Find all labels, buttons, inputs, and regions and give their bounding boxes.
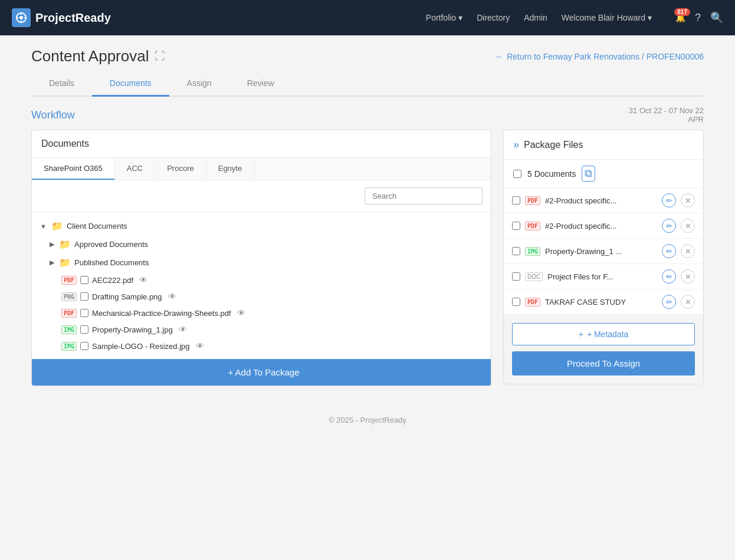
file-checkbox-mechanical[interactable] <box>80 309 88 317</box>
file-mechanical-pdf: PDF Mechanical-Practice-Drawing-Sheets.p… <box>32 305 491 321</box>
doc-icon: DOC <box>525 272 543 281</box>
back-link[interactable]: ← Return to Fenway Park Renovations / PR… <box>495 52 704 61</box>
folder-label: Published Documents <box>74 258 149 267</box>
preview-icon[interactable]: 👁 <box>196 341 204 351</box>
pkg-file-item: PDF #2-Product specific... ✏ ✕ <box>504 213 703 239</box>
double-chevron-icon: » <box>513 139 519 151</box>
preview-icon[interactable]: 👁 <box>168 292 176 301</box>
pkg-file-name: #2-Product specific... <box>545 222 657 230</box>
pkg-doc-count-row: 5 Documents ⧉ <box>504 160 703 188</box>
chevron-right-icon: ▶ <box>50 259 54 266</box>
notification-badge: 817 <box>674 8 690 16</box>
img-icon: IMG <box>61 325 77 334</box>
tab-assign[interactable]: Assign <box>169 71 229 97</box>
copy-icon[interactable]: ⧉ <box>582 166 595 182</box>
portfolio-link[interactable]: Portfolio ▾ <box>426 13 462 22</box>
add-to-package-button[interactable]: + Add To Package <box>32 359 491 386</box>
folder-published-documents[interactable]: ▶ 📁 Published Documents <box>32 253 491 272</box>
pkg-file-checkbox[interactable] <box>512 196 520 205</box>
folder-icon: 📁 <box>59 239 71 250</box>
pkg-file-checkbox[interactable] <box>512 222 520 230</box>
pkg-file-item: DOC Project Files for F... ✏ ✕ <box>504 264 703 289</box>
tab-bar: Details Documents Assign Review <box>31 71 704 97</box>
welcome-link[interactable]: Welcome Blair Howard ▾ <box>562 13 652 22</box>
tab-documents[interactable]: Documents <box>92 71 169 97</box>
help-button[interactable]: ? <box>695 12 701 24</box>
proceed-to-assign-button[interactable]: Proceed To Assign <box>512 351 695 375</box>
pkg-file-checkbox[interactable] <box>512 272 520 281</box>
pkg-file-checkbox[interactable] <box>512 247 520 255</box>
remove-button[interactable]: ✕ <box>681 295 695 309</box>
img-icon: IMG <box>525 247 540 256</box>
folder-label: Client Documents <box>67 222 127 230</box>
app-logo[interactable]: ProjectReady <box>12 8 111 27</box>
folder-approved-documents[interactable]: ▶ 📁 Approved Documents <box>32 235 491 253</box>
back-arrow-icon: ← <box>495 52 503 61</box>
remove-button[interactable]: ✕ <box>681 244 695 258</box>
admin-link[interactable]: Admin <box>524 13 547 22</box>
pdf-icon: PDF <box>525 196 540 205</box>
pdf-icon: PDF <box>525 222 540 230</box>
pkg-file-checkbox[interactable] <box>512 298 520 306</box>
footer: © 2025 - ProjectReady <box>31 404 704 436</box>
workflow-title: Workflow <box>31 109 75 121</box>
preview-icon[interactable]: 👁 <box>139 275 147 285</box>
page-header: Content Approval ⛶ ← Return to Fenway Pa… <box>31 47 704 65</box>
file-aec222: PDF AEC222.pdf 👁 <box>32 272 491 288</box>
file-name: Sample-LOGO - Resized.jpg <box>92 342 189 351</box>
topnav-links: Portfolio ▾ Directory Admin Welcome Blai… <box>426 13 652 22</box>
remove-button[interactable]: ✕ <box>681 219 695 233</box>
source-tab-sharepoint[interactable]: SharePoint O365 <box>32 158 115 180</box>
preview-icon[interactable]: 👁 <box>179 325 187 334</box>
file-name: Drafting Sample.png <box>92 292 162 301</box>
file-checkbox-property[interactable] <box>80 325 88 334</box>
pkg-select-all-checkbox[interactable] <box>513 170 521 178</box>
pkg-count-label: 5 Documents <box>527 169 576 179</box>
remove-button[interactable]: ✕ <box>681 269 695 284</box>
package-files-list: PDF #2-Product specific... ✏ ✕ PDF #2-Pr… <box>504 188 703 315</box>
file-checkbox-logo[interactable] <box>80 342 88 350</box>
pkg-file-name: Property-Drawing_1 ... <box>545 247 657 256</box>
edit-button[interactable]: ✏ <box>662 295 676 309</box>
directory-link[interactable]: Directory <box>477 13 510 22</box>
file-checkbox-aec222[interactable] <box>80 276 88 284</box>
pkg-file-item: PDF #2-Product specific... ✏ ✕ <box>504 188 703 213</box>
source-tabs: SharePoint O365 ACC Procore Egnyte <box>32 158 491 180</box>
workflow-row: Workflow 31 Oct 22 - 07 Nov 22 APR <box>31 106 704 124</box>
file-sample-logo: IMG Sample-LOGO - Resized.jpg 👁 <box>32 338 491 354</box>
notifications-button[interactable]: 🔔 817 <box>675 13 685 22</box>
edit-button[interactable]: ✏ <box>662 193 676 207</box>
remove-button[interactable]: ✕ <box>681 193 695 207</box>
source-tab-procore[interactable]: Procore <box>155 158 206 180</box>
folder-icon: 📁 <box>59 257 71 268</box>
source-tab-egnyte[interactable]: Egnyte <box>206 158 254 180</box>
app-name: ProjectReady <box>35 11 111 25</box>
edit-button[interactable]: ✏ <box>662 269 676 284</box>
preview-icon[interactable]: 👁 <box>237 308 245 318</box>
workflow-dates: 31 Oct 22 - 07 Nov 22 APR <box>629 106 704 124</box>
pkg-file-name: #2-Product specific... <box>545 196 657 205</box>
package-files-header: » Package Files <box>504 130 703 160</box>
edit-button[interactable]: ✏ <box>662 219 676 233</box>
folder-client-documents[interactable]: ▼ 📁 Client Documents <box>32 217 491 235</box>
file-property-drawing: IMG Property-Drawing_1.jpg 👁 <box>32 321 491 338</box>
package-files-panel: » Package Files 5 Documents ⧉ PDF #2-Pro… <box>503 130 704 384</box>
search-input[interactable] <box>365 187 483 205</box>
metadata-button[interactable]: + + Metadata <box>512 323 695 345</box>
documents-panel: Documents SharePoint O365 ACC Procore Eg… <box>31 130 491 386</box>
file-checkbox-drafting[interactable] <box>80 292 88 301</box>
svg-point-1 <box>19 16 23 19</box>
tab-details[interactable]: Details <box>31 71 92 97</box>
logo-icon <box>12 8 31 27</box>
source-tab-acc[interactable]: ACC <box>115 158 155 180</box>
tab-review[interactable]: Review <box>229 71 292 97</box>
folder-label: Approved Documents <box>74 240 148 249</box>
file-drafting-sample: PNG Drafting Sample.png 👁 <box>32 288 491 305</box>
package-action-buttons: + + Metadata Proceed To Assign <box>504 315 703 384</box>
documents-panel-header: Documents <box>32 130 491 158</box>
search-button[interactable]: 🔍 <box>710 11 723 24</box>
edit-button[interactable]: ✏ <box>662 244 676 258</box>
topnav-right-actions: 🔔 817 ? 🔍 <box>675 11 723 24</box>
search-bar-row <box>32 180 491 212</box>
expand-icon[interactable]: ⛶ <box>155 50 165 62</box>
